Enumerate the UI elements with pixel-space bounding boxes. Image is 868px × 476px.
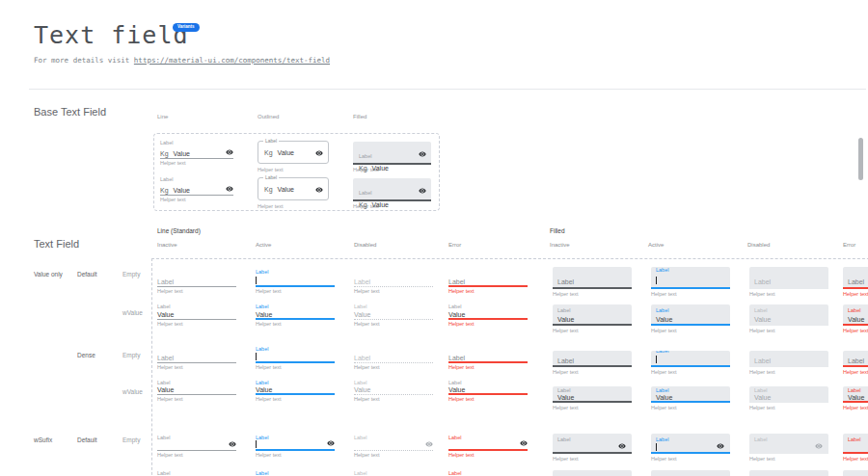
field-fill-box: Label: [651, 470, 730, 476]
visibility-icon[interactable]: [618, 442, 626, 450]
base-text-field-filled[interactable]: LabelKgValue Helper text: [353, 178, 426, 210]
text-field-line-active[interactable]: LabelHelper text: [256, 345, 335, 371]
text-field-line-active[interactable]: Label: [256, 468, 335, 476]
text-field-filled-error[interactable]: LabelHelper text: [843, 267, 868, 298]
visibility-icon[interactable]: [815, 442, 823, 450]
visibility-icon[interactable]: [315, 186, 323, 194]
text-field-line-error[interactable]: LabelValueHelper text: [448, 302, 528, 328]
text-field-line-disabled[interactable]: LabelHelper text: [354, 432, 433, 459]
field-helper-text: Helper text: [157, 453, 236, 459]
visibility-icon[interactable]: [520, 439, 528, 447]
text-field-line-active[interactable]: LabelHelper text: [256, 267, 335, 295]
base-text-field-outlined[interactable]: LabelKgValue Helper text: [258, 177, 331, 210]
text-field-line-disabled[interactable]: LabelHelper text: [354, 345, 433, 371]
field-helper-text: Helper text: [258, 204, 331, 210]
state-header-disabled: Disabled: [354, 242, 376, 248]
text-field-filled-inactive[interactable]: LabelHelper text: [553, 345, 632, 376]
field-input-line: Value: [848, 313, 868, 323]
text-field-filled-disabled[interactable]: LabelValueHelper text: [749, 379, 828, 411]
visibility-icon[interactable]: [717, 442, 724, 450]
field-fill-box: Label: [843, 351, 868, 367]
text-field-filled-disabled[interactable]: LabelValueHelper text: [749, 302, 828, 334]
base-text-field-outlined[interactable]: LabelKgValue Helper text: [258, 141, 331, 173]
field-value: Value: [448, 311, 465, 318]
text-field-filled-disabled[interactable]: LabelHelper text: [749, 345, 828, 376]
section-heading-base: Base Text Field: [34, 106, 106, 118]
text-field-line-inactive[interactable]: LabelHelper text: [157, 267, 236, 295]
field-helper-text: Helper text: [749, 457, 828, 463]
text-field-line-inactive[interactable]: Label: [157, 468, 236, 476]
text-field-line-disabled[interactable]: LabelValueHelper text: [354, 379, 433, 403]
text-field-filled-disabled[interactable]: LabelHelper text: [749, 432, 828, 463]
field-label: Label: [557, 278, 574, 285]
text-field-line-inactive[interactable]: LabelValueHelper text: [157, 302, 236, 328]
field-helper-text: Helper text: [354, 453, 433, 459]
text-field-line-active[interactable]: LabelHelper text: [256, 432, 335, 459]
text-field-line-inactive[interactable]: LabelValueHelper text: [157, 379, 236, 403]
field-helper-text: Helper text: [749, 370, 828, 376]
text-field-filled-error[interactable]: LabelValueHelper text: [843, 379, 868, 411]
field-value: Value: [256, 311, 272, 318]
field-fill-box: Label: [553, 434, 632, 454]
column-header-line: Line: [157, 114, 168, 119]
field-input-line: Label: [848, 273, 868, 285]
field-helper-text: Helper text: [651, 292, 730, 298]
visibility-icon[interactable]: [419, 150, 426, 158]
visibility-icon[interactable]: [419, 187, 426, 195]
visibility-icon[interactable]: [226, 148, 233, 156]
text-field-filled-error[interactable]: LabelHelper text: [843, 432, 868, 463]
scrollbar-thumb[interactable]: [858, 138, 863, 180]
base-text-field-line[interactable]: Label KgValue Helper text: [160, 139, 233, 167]
text-caret: [656, 356, 657, 363]
text-field-line-disabled[interactable]: LabelValueHelper text: [354, 302, 433, 328]
field-input-line: Label: [557, 354, 627, 364]
row-label-mode: wValue: [122, 309, 143, 316]
text-field-line-active[interactable]: LabelValueHelper text: [256, 379, 335, 403]
visibility-icon[interactable]: [229, 440, 236, 448]
base-text-field-line[interactable]: Label KgValue Helper text: [160, 175, 233, 203]
field-helper-text: Helper text: [157, 289, 236, 295]
text-field-filled-error[interactable]: LabelValueHelper text: [843, 302, 868, 334]
text-field-filled-active[interactable]: Label: [651, 468, 730, 476]
state-header-active: Active: [648, 242, 664, 248]
field-helper-text: Helper text: [448, 397, 528, 403]
text-field-filled-active[interactable]: LabelHelper text: [651, 267, 730, 298]
text-field-filled-disabled[interactable]: LabelHelper text: [749, 267, 828, 298]
text-field-filled-inactive[interactable]: LabelHelper text: [553, 432, 632, 463]
text-field-line-error[interactable]: LabelHelper text: [448, 345, 528, 371]
field-prefix: Kg: [264, 186, 273, 193]
text-field-line-error[interactable]: LabelHelper text: [448, 267, 528, 295]
visibility-icon[interactable]: [327, 439, 335, 447]
base-text-field-filled[interactable]: LabelKgValue Helper text: [353, 142, 426, 173]
text-field-line-disabled[interactable]: Label: [354, 468, 433, 476]
text-field-filled-inactive[interactable]: LabelValueHelper text: [553, 302, 632, 334]
text-field-line-inactive[interactable]: LabelHelper text: [157, 345, 236, 371]
text-field-filled-inactive[interactable]: Label: [553, 468, 632, 476]
text-field-filled-inactive[interactable]: LabelHelper text: [553, 267, 632, 298]
field-prefix: Kg: [264, 149, 273, 156]
text-field-filled-active[interactable]: LabelValueHelper text: [651, 379, 730, 411]
text-field-line-error[interactable]: LabelHelper text: [448, 432, 528, 459]
visibility-icon[interactable]: [226, 185, 233, 193]
text-caret: [256, 440, 257, 448]
text-field-filled-active[interactable]: LabelHelper text: [651, 345, 730, 376]
text-field-line-active[interactable]: LabelValueHelper text: [256, 302, 335, 328]
field-helper-text: Helper text: [354, 365, 433, 371]
text-field-line-inactive[interactable]: LabelHelper text: [157, 432, 236, 459]
docs-link[interactable]: https://material-ui.com/components/text-…: [134, 56, 330, 65]
text-field-line-disabled[interactable]: LabelHelper text: [354, 267, 433, 295]
field-helper-text: Helper text: [354, 322, 433, 328]
field-prefix: Kg: [160, 150, 169, 157]
text-field-line-error[interactable]: Label: [448, 468, 528, 476]
text-field-line-error[interactable]: LabelValueHelper text: [448, 379, 528, 403]
visibility-icon[interactable]: [425, 440, 433, 448]
text-field-filled-error[interactable]: Label: [843, 468, 868, 476]
field-helper-text: Helper text: [553, 292, 632, 298]
text-field-filled-active[interactable]: LabelValueHelper text: [651, 302, 730, 334]
visibility-icon[interactable]: [315, 149, 323, 157]
text-field-filled-active[interactable]: LabelHelper text: [651, 432, 730, 463]
field-input-line: Value: [448, 309, 528, 320]
text-field-filled-inactive[interactable]: LabelValueHelper text: [553, 379, 632, 411]
text-field-filled-disabled[interactable]: Label: [749, 468, 828, 476]
text-field-filled-error[interactable]: LabelHelper text: [843, 345, 868, 376]
